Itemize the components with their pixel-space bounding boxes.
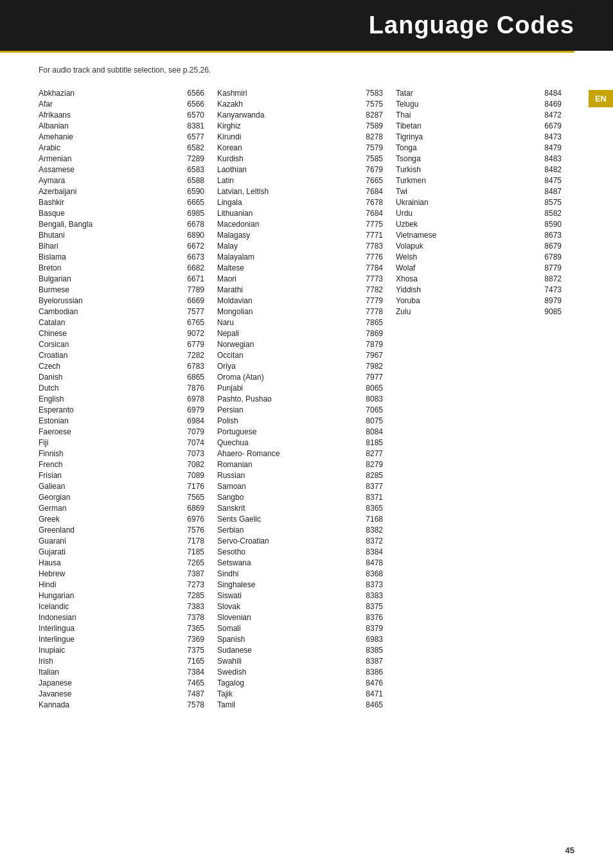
language-name: Nepali — [217, 329, 357, 338]
language-code: 8872 — [536, 274, 562, 283]
language-name: Russian — [217, 471, 357, 480]
list-item: Inupiaic7375 — [39, 646, 217, 655]
list-item: Tibetan6679 — [396, 121, 574, 130]
language-code: 8673 — [536, 231, 562, 240]
header-underline — [0, 51, 574, 53]
language-code: 7678 — [357, 198, 383, 207]
list-item: Sents Gaelic7168 — [217, 515, 396, 524]
language-name: Cambodian — [39, 307, 179, 316]
language-code: 7771 — [357, 231, 383, 240]
language-name: Quechua — [217, 438, 357, 447]
language-name: Javanese — [39, 689, 179, 698]
list-item: Malay7783 — [217, 242, 396, 251]
list-item: Latvian, Leltish7684 — [217, 187, 396, 196]
language-name: Sents Gaelic — [217, 515, 357, 524]
language-name: Inupiaic — [39, 646, 179, 655]
language-code: 8384 — [357, 547, 383, 556]
list-item: Punjabi8065 — [217, 384, 396, 393]
language-code: 6679 — [536, 121, 562, 130]
list-item: Afrikaans6570 — [39, 111, 217, 120]
language-name: Galiean — [39, 482, 179, 491]
language-name: Kannada — [39, 700, 179, 709]
language-name: Afrikaans — [39, 111, 179, 120]
language-code: 8382 — [357, 526, 383, 535]
language-code: 6570 — [179, 111, 204, 120]
list-item: Tigrinya8473 — [396, 132, 574, 141]
language-code: 7065 — [357, 405, 383, 414]
language-column-1: Abkhazian6566Afar6566Afrikaans6570Albani… — [39, 89, 217, 711]
list-item: Yoruba8979 — [396, 296, 574, 305]
language-name: Mongolian — [217, 307, 357, 316]
page-title: Language Codes — [13, 12, 574, 39]
list-item: Faeroese7079 — [39, 427, 217, 436]
language-code: 7876 — [179, 384, 204, 393]
language-name: Malay — [217, 242, 357, 251]
language-code: 8387 — [357, 657, 383, 666]
list-item: Arabic6582 — [39, 143, 217, 152]
list-item: Servo-Croatian8372 — [217, 536, 396, 545]
language-name: Hausa — [39, 558, 179, 567]
language-name: Latin — [217, 176, 357, 185]
language-name: Abkhazian — [39, 89, 179, 98]
list-item: Portuguese8084 — [217, 427, 396, 436]
language-code: 7369 — [179, 635, 204, 644]
list-item: Laothian7679 — [217, 165, 396, 174]
list-item: Czech6783 — [39, 362, 217, 371]
language-code: 8475 — [536, 176, 562, 185]
language-code: 7577 — [179, 307, 204, 316]
language-code: 8482 — [536, 165, 562, 174]
list-item: Occitan7967 — [217, 351, 396, 360]
language-name: Basque — [39, 209, 179, 218]
language-name: Volapuk — [396, 242, 536, 251]
language-code: 8368 — [357, 569, 383, 578]
language-code: 8381 — [179, 121, 204, 130]
language-code: 8075 — [357, 416, 383, 425]
language-code: 6566 — [179, 100, 204, 109]
language-name: Croatian — [39, 351, 179, 360]
list-item: Zulu9085 — [396, 307, 574, 316]
language-name: Hungarian — [39, 591, 179, 600]
language-name: Malagasy — [217, 231, 357, 240]
list-item: Romanian8279 — [217, 460, 396, 469]
list-item: Amehanie6577 — [39, 132, 217, 141]
list-item: Russian8285 — [217, 471, 396, 480]
list-item: Moldavian7779 — [217, 296, 396, 305]
language-name: Georgian — [39, 493, 179, 502]
list-item: Tamil8465 — [217, 700, 396, 709]
language-code: 8185 — [357, 438, 383, 447]
language-name: Oroma (Atan) — [217, 373, 357, 382]
language-name: Irish — [39, 657, 179, 666]
list-item: Lithuanian7684 — [217, 209, 396, 218]
list-item: Somali8379 — [217, 624, 396, 633]
language-code: 7782 — [357, 285, 383, 294]
list-item: Oroma (Atan)7977 — [217, 373, 396, 382]
language-tab-en: EN — [589, 90, 613, 107]
language-code: 6665 — [179, 198, 204, 207]
list-item: Serbian8382 — [217, 526, 396, 535]
list-item: Samoan8377 — [217, 482, 396, 491]
subtitle-text: For audio track and subtitle selection, … — [39, 66, 574, 75]
language-name: Urdu — [396, 209, 536, 218]
list-item: Kazakh7575 — [217, 100, 396, 109]
list-item: Italian7384 — [39, 668, 217, 677]
language-name: Marathi — [217, 285, 357, 294]
list-item: Telugu8469 — [396, 100, 574, 109]
list-item: Persian7065 — [217, 405, 396, 414]
language-code: 7789 — [179, 285, 204, 294]
language-code: 8365 — [357, 504, 383, 513]
list-item: Setswana8478 — [217, 558, 396, 567]
list-item: Aymara6588 — [39, 176, 217, 185]
list-item: Yiddish7473 — [396, 285, 574, 294]
language-code: 7679 — [357, 165, 383, 174]
language-code: 8590 — [536, 220, 562, 229]
language-name: Samoan — [217, 482, 357, 491]
language-name: Burmese — [39, 285, 179, 294]
language-code: 7282 — [179, 351, 204, 360]
language-code: 8473 — [536, 132, 562, 141]
language-code: 8386 — [357, 668, 383, 677]
language-code: 6976 — [179, 515, 204, 524]
list-item: Danish6865 — [39, 373, 217, 382]
language-name: Norwegian — [217, 340, 357, 349]
language-name: Yiddish — [396, 285, 536, 294]
language-code: 7778 — [357, 307, 383, 316]
